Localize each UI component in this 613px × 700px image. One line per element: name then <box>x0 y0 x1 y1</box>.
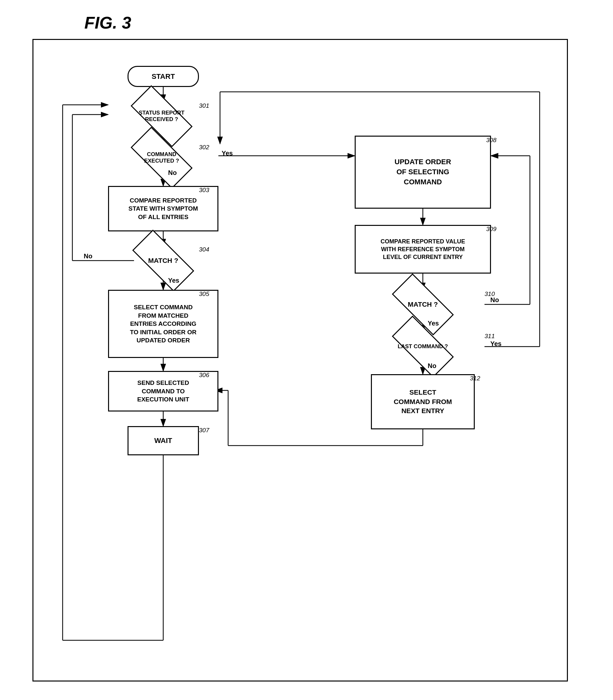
label-no-310: No <box>490 296 499 304</box>
node-307: WAIT <box>128 426 199 455</box>
node-301: STATUS REPORT RECEIVED ? <box>132 102 191 131</box>
node-304: MATCH ? <box>134 246 193 275</box>
node-308: UPDATE ORDER OF SELECTING COMMAND <box>355 135 491 209</box>
label-no-311: No <box>428 362 436 370</box>
ref-312: 312 <box>470 375 480 382</box>
flowchart-container: START STATUS REPORT RECEIVED ? 301 COMMA… <box>32 39 568 682</box>
ref-311: 311 <box>484 333 495 340</box>
node-309: COMPARE REPORTED VALUE WITH REFERENCE SY… <box>355 225 491 274</box>
ref-306: 306 <box>199 372 209 379</box>
start-node: START <box>128 66 199 87</box>
page-title: FIG. 3 <box>84 13 131 33</box>
ref-303: 303 <box>199 186 209 194</box>
label-yes-310: Yes <box>428 320 439 327</box>
ref-301: 301 <box>199 102 209 109</box>
node-311: LAST COMMAND ? <box>394 332 452 361</box>
node-312: SELECT COMMAND FROM NEXT ENTRY <box>371 374 475 429</box>
label-yes-302: Yes <box>222 150 233 157</box>
ref-307: 307 <box>199 427 209 434</box>
ref-302: 302 <box>199 144 209 151</box>
ref-305: 305 <box>199 290 209 298</box>
label-yes-304: Yes <box>168 277 179 284</box>
ref-304: 304 <box>199 246 209 253</box>
node-310: MATCH ? <box>394 290 452 319</box>
ref-309: 309 <box>486 225 496 233</box>
label-yes-311: Yes <box>490 340 501 348</box>
ref-308: 308 <box>486 137 496 144</box>
node-302: COMMAND EXECUTED ? <box>132 143 191 172</box>
label-no-304: No <box>84 252 92 260</box>
node-305: SELECT COMMAND FROM MATCHED ENTRIES ACCO… <box>108 290 218 358</box>
